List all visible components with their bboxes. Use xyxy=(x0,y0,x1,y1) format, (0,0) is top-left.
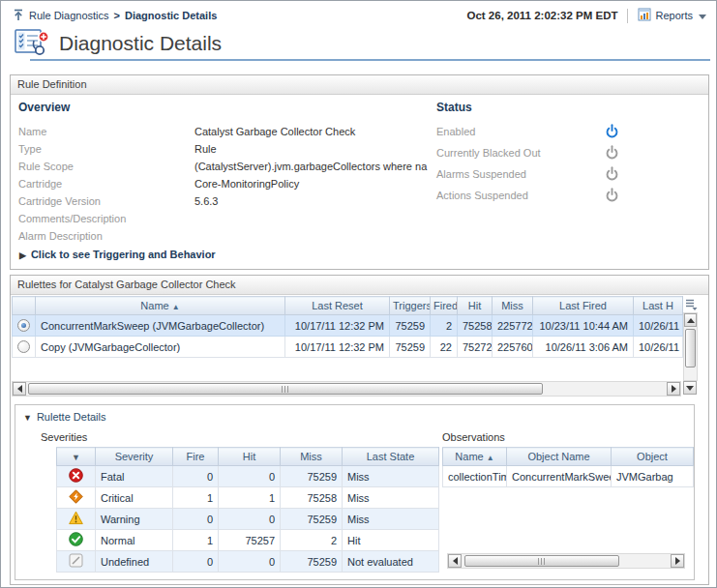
column-header-last-reset[interactable]: Last Reset xyxy=(285,297,390,315)
fatal-icon xyxy=(69,473,83,485)
horizontal-scroll-thumb[interactable] xyxy=(464,555,619,567)
cell-name: ConcurrentMarkSweep (JVMGarbageCollector… xyxy=(36,315,285,337)
scroll-up-button[interactable] xyxy=(684,313,697,327)
severity-row-critical: Critical 1 1 75258 Miss xyxy=(57,487,439,509)
rulettes-header-row: Name▲ Last Reset Triggers Fired Hit Miss… xyxy=(13,297,683,315)
cell-miss: 75259 xyxy=(281,509,343,530)
column-header-last-state[interactable]: Last State xyxy=(343,448,439,466)
status-label: Enabled xyxy=(436,126,605,137)
column-header-severity[interactable]: Severity xyxy=(96,448,173,466)
rulette-details-section: ▼Rulette Details Severities ▼ Severity F… xyxy=(15,404,695,580)
cell-hit: 0 xyxy=(219,466,281,487)
breadcrumb-up-icon[interactable] xyxy=(13,9,24,23)
status-rows: Enabled Currently Blacked Out Alarms Sus… xyxy=(436,121,619,206)
rulette-row-copy[interactable]: Copy (JVMGarbageCollector) 10/17/11 12:3… xyxy=(13,337,683,358)
breadcrumb-parent-link[interactable]: Rule Diagnostics xyxy=(29,10,109,21)
table-customizer-icon[interactable] xyxy=(685,298,698,312)
column-header-last-hit[interactable]: Last H xyxy=(634,297,683,315)
column-header-object-type[interactable]: Object xyxy=(612,448,694,466)
scroll-right-button[interactable] xyxy=(671,554,684,568)
cell-last-hit: 10/26/11 2 xyxy=(634,315,683,337)
field-row: Comments/Description xyxy=(18,210,427,227)
cell-hit: 1 xyxy=(219,487,281,509)
observations-table: Name▲ Object Name Object collectionTime … xyxy=(442,447,694,487)
column-header-fired[interactable]: Fired xyxy=(431,297,458,315)
horizontal-scroll-thumb[interactable] xyxy=(28,383,543,395)
triggering-behavior-expander[interactable]: ▶Click to see Triggering and Behavior xyxy=(19,249,216,260)
right-arrow-icon xyxy=(675,557,680,565)
severity-row-normal: Normal 1 75257 2 Hit xyxy=(57,530,439,551)
rulette-row-concurrentmarksweep[interactable]: ConcurrentMarkSweep (JVMGarbageCollector… xyxy=(13,315,683,337)
power-off-icon xyxy=(605,145,619,162)
column-header-fire[interactable]: Fire xyxy=(173,448,219,466)
radio-selected[interactable] xyxy=(17,319,30,332)
column-header-hit[interactable]: Hit xyxy=(219,448,281,466)
rule-definition-panel-title: Rule Definition xyxy=(11,75,708,95)
rulettes-vertical-scrollbar[interactable] xyxy=(683,312,698,381)
expander-label: Click to see Triggering and Behavior xyxy=(31,249,216,260)
cell-miss: 225760 xyxy=(493,337,533,358)
cell-fire: 1 xyxy=(173,530,219,551)
undefined-icon xyxy=(69,558,83,570)
cell-hit: 0 xyxy=(219,551,281,573)
column-header-miss[interactable]: Miss xyxy=(281,448,343,466)
severity-row-warning: Warning 0 0 75259 Miss xyxy=(57,509,439,530)
field-label: Name xyxy=(18,126,194,137)
left-arrow-icon xyxy=(17,385,22,393)
cell-severity: Critical xyxy=(96,487,173,509)
column-header-miss[interactable]: Miss xyxy=(493,297,533,315)
overview-heading: Overview xyxy=(18,101,427,114)
column-header-triggers[interactable]: Triggers xyxy=(390,297,431,315)
sort-ascending-icon: ▲ xyxy=(487,454,494,462)
cell-severity: Warning xyxy=(96,509,173,530)
rulettes-horizontal-scrollbar[interactable] xyxy=(12,381,681,397)
column-header-hit[interactable]: Hit xyxy=(458,297,493,315)
rulettes-table: Name▲ Last Reset Triggers Fired Hit Miss… xyxy=(12,296,683,358)
scroll-down-button[interactable] xyxy=(683,381,697,395)
severity-icon-column-header[interactable]: ▼ xyxy=(57,448,96,466)
cell-last-state: Miss xyxy=(343,509,439,530)
scroll-right-button[interactable] xyxy=(667,382,680,396)
severities-label: Severities xyxy=(41,431,87,443)
collapsed-arrow-icon: ▶ xyxy=(19,250,26,260)
left-arrow-icon xyxy=(453,557,458,565)
severity-row-fatal: Fatal 0 0 75259 Miss xyxy=(57,466,439,487)
title-row: Diagnostic Details xyxy=(15,28,222,59)
field-label: Type xyxy=(18,143,194,155)
observations-horizontal-scrollbar[interactable] xyxy=(447,553,685,569)
diagnostic-details-page: Rule Diagnostics > Diagnostic Details Oc… xyxy=(0,0,717,588)
down-arrow-icon xyxy=(686,386,694,391)
field-row: NameCatalyst Garbage Collector Check xyxy=(18,123,427,140)
page-title: Diagnostic Details xyxy=(59,32,222,55)
cell-triggers: 75259 xyxy=(390,315,431,337)
cell-fired: 22 xyxy=(431,337,458,358)
column-header-name[interactable]: Name▲ xyxy=(36,297,285,315)
reports-dropdown-arrow-icon xyxy=(699,15,706,19)
cell-severity: Fatal xyxy=(96,466,173,487)
column-header-object-name[interactable]: Object Name xyxy=(507,448,612,466)
vertical-scroll-thumb[interactable] xyxy=(685,329,696,368)
diagnostic-details-icon xyxy=(15,28,49,59)
rulette-details-expander[interactable]: ▼Rulette Details xyxy=(23,411,105,423)
cell-fired: 2 xyxy=(431,315,458,337)
cell-last-fired: 10/26/11 3:06 AM xyxy=(533,337,634,358)
cell-last-state: Hit xyxy=(343,530,439,551)
thumb-grip xyxy=(282,386,289,393)
cell-miss: 75259 xyxy=(281,551,343,573)
radio-unselected[interactable] xyxy=(17,340,30,353)
column-header-last-fired[interactable]: Last Fired xyxy=(533,297,634,315)
cell-triggers: 75259 xyxy=(390,337,431,358)
warning-icon xyxy=(69,515,83,527)
scroll-left-button[interactable] xyxy=(448,554,462,568)
reports-menu[interactable]: Reports xyxy=(638,8,706,23)
field-label: Cartridge Version xyxy=(18,195,194,207)
radio-column-header xyxy=(13,297,36,315)
field-row: Cartridge Version5.6.3 xyxy=(18,192,427,210)
thumb-grip xyxy=(538,558,546,565)
scroll-left-button[interactable] xyxy=(13,382,26,396)
current-time-label: Oct 26, 2011 2:02:32 PM EDT xyxy=(467,10,618,21)
sort-ascending-icon: ▲ xyxy=(172,303,180,311)
column-header-name[interactable]: Name▲ xyxy=(443,448,507,466)
normal-icon xyxy=(69,537,83,548)
observation-row[interactable]: collectionTime ConcurrentMarkSweep JVMGa… xyxy=(443,466,694,487)
